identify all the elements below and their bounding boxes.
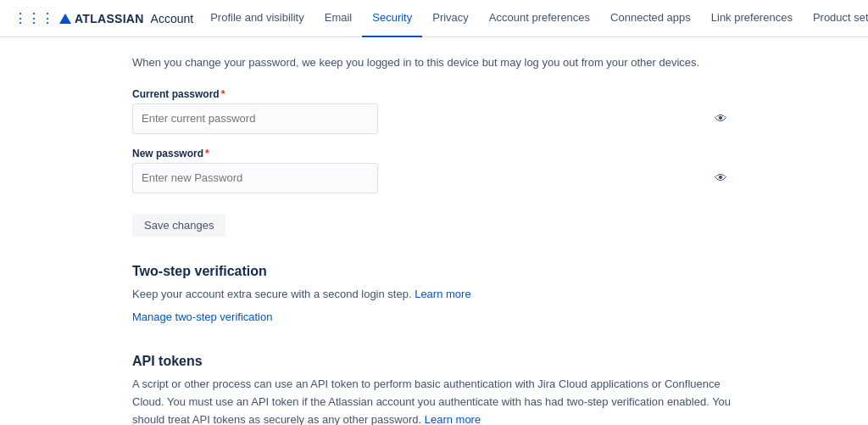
api-tokens-desc: A script or other process can use an API… (132, 376, 736, 425)
two-step-desc: Keep your account extra secure with a se… (132, 286, 736, 304)
grid-icon[interactable]: ⋮⋮⋮ (14, 10, 54, 26)
main-content: When you change your password, we keep y… (0, 37, 868, 425)
save-changes-button[interactable]: Save changes (132, 214, 225, 237)
new-password-group: New password* 👁 (132, 148, 736, 193)
two-step-learn-more-link[interactable]: Learn more (415, 288, 470, 300)
current-password-group: Current password* 👁 (132, 88, 736, 134)
atlassian-logo: ATLASSIAN (59, 12, 144, 25)
nav-privacy[interactable]: Privacy (422, 0, 479, 37)
nav-profile[interactable]: Profile and visibility (200, 0, 314, 37)
new-password-input[interactable] (132, 163, 378, 193)
two-step-title: Two-step verification (132, 264, 736, 279)
atlassian-triangle-icon (59, 14, 71, 24)
nav-security[interactable]: Security (362, 0, 422, 37)
two-step-manage-link[interactable]: Manage two-step verification (132, 310, 272, 323)
current-password-input[interactable] (132, 103, 378, 134)
nav-link-preferences[interactable]: Link preferences (701, 0, 803, 37)
logo: ⋮⋮⋮ ATLASSIAN Account (14, 10, 193, 26)
nav-account-preferences[interactable]: Account preferences (479, 0, 600, 37)
nav-product-settings[interactable]: Product settings (803, 0, 868, 37)
intro-text: When you change your password, we keep y… (132, 54, 736, 71)
current-password-label: Current password* (132, 88, 736, 100)
current-password-wrapper: 👁 (132, 103, 736, 134)
current-password-eye-icon[interactable]: 👁 (715, 111, 727, 126)
api-tokens-learn-more-link[interactable]: Learn more (425, 413, 481, 425)
topnav: ⋮⋮⋮ ATLASSIAN Account Profile and visibi… (0, 0, 868, 37)
new-password-wrapper: 👁 (132, 163, 736, 193)
new-password-label: New password* (132, 148, 736, 159)
two-step-section: Two-step verification Keep your account … (132, 264, 736, 327)
nav-connected-apps[interactable]: Connected apps (600, 0, 701, 37)
nav-items: Profile and visibility Email Security Pr… (200, 0, 868, 37)
new-password-eye-icon[interactable]: 👁 (715, 171, 727, 185)
api-tokens-title: API tokens (132, 354, 736, 369)
nav-email[interactable]: Email (314, 0, 363, 37)
atlassian-brand-text: ATLASSIAN (75, 12, 144, 25)
api-tokens-section: API tokens A script or other process can… (132, 354, 736, 425)
account-label: Account (151, 12, 194, 25)
